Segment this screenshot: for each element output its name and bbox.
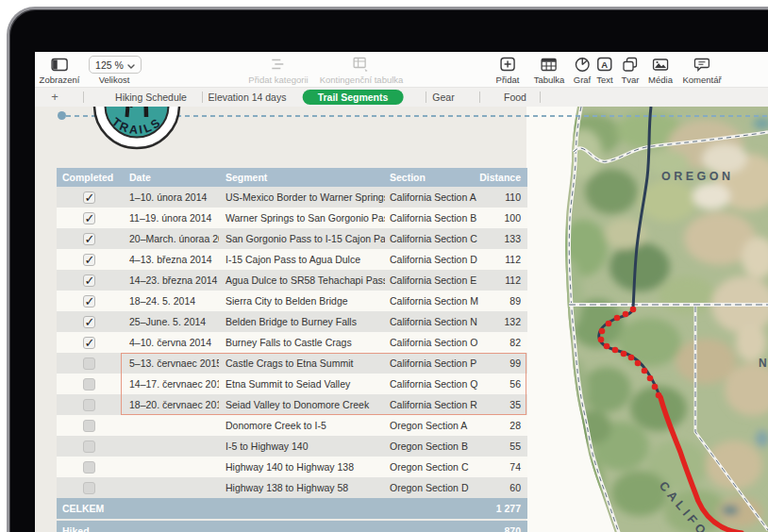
table-row[interactable]: 14–17. červnaec 2015Etna Summit to Seiad… [57,374,527,394]
insert-button[interactable]: Přidat [496,57,520,85]
distance-cell[interactable]: 99 [479,353,527,374]
section-cell[interactable]: California Section N [385,311,479,332]
date-cell[interactable]: 4–13. března 2014 [121,249,219,270]
checkbox-checked[interactable] [83,233,95,245]
checkbox-unchecked[interactable] [83,399,95,411]
chart-button[interactable]: Graf [574,57,591,85]
segment-cell[interactable]: US-Mexico Border to Warner Springs [219,187,385,208]
segment-cell[interactable]: Belden Bridge to Burney Falls [219,311,385,332]
section-cell[interactable]: California Section R [385,394,479,415]
table-row[interactable]: 1–10. února 2014US-Mexico Border to Warn… [57,187,527,208]
table-row[interactable]: Highway 138 to Highway 58Oregon Section … [57,477,527,498]
checkbox-unchecked[interactable] [83,441,95,453]
checkbox-checked[interactable] [83,316,95,328]
segment-cell[interactable]: San Gorgonio Pass to I-15 Cajon Pass [219,228,385,249]
date-cell[interactable] [121,415,219,436]
date-cell[interactable]: 14–23. března 2014 [121,270,219,291]
segment-cell[interactable]: Castle Crags to Etna Summit [219,353,385,374]
section-cell[interactable]: California Section B [385,208,479,228]
table-button[interactable]: Tabulka [534,57,565,85]
checkbox-checked[interactable] [83,337,95,349]
checkbox-unchecked[interactable] [83,420,95,432]
segment-cell[interactable]: Highway 140 to Highway 138 [219,457,385,477]
date-cell[interactable] [121,457,219,477]
segment-cell[interactable]: Donomore Creek to I-5 [219,415,385,436]
segment-cell[interactable]: Agua Dulce to SR58 Tehachapi Pass [219,270,385,291]
distance-cell[interactable]: 132 [479,311,527,332]
distance-cell[interactable]: 112 [479,270,527,291]
distance-cell[interactable]: 56 [479,374,527,394]
checkbox-checked[interactable] [83,212,95,224]
date-cell[interactable]: 14–17. červnaec 2015 [121,374,219,394]
tab-food[interactable]: Food [504,88,526,107]
distance-cell[interactable]: 60 [479,477,527,498]
section-cell[interactable]: California Section P [385,353,479,374]
date-cell[interactable]: 5–13. červnaec 2015 [121,353,219,374]
trail-map-image[interactable]: OREGON CALIFORNIA N [526,107,768,532]
section-cell[interactable]: California Section D [385,249,479,270]
distance-cell[interactable]: 35 [479,394,527,415]
date-cell[interactable]: 18–20. červnaec 2015 [121,394,219,415]
table-row[interactable]: 25–June. 5. 2014Belden Bridge to Burney … [57,311,527,332]
checkbox-unchecked[interactable] [83,357,95,370]
add-sheet-button[interactable]: + [51,88,58,107]
checkbox-unchecked[interactable] [83,378,95,391]
checkbox-checked[interactable] [83,274,95,287]
date-cell[interactable] [121,436,219,457]
total-row[interactable]: CELKEM 1 277 [57,498,527,519]
section-cell[interactable]: California Section C [385,228,479,249]
table-row[interactable]: Highway 140 to Highway 138Oregon Section… [57,457,527,477]
section-cell[interactable]: California Section O [385,332,479,353]
section-cell[interactable]: Oregon Section A [385,415,479,436]
checkbox-unchecked[interactable] [83,461,95,474]
table-header-row[interactable]: Completed Date Segment Section Distance [57,168,527,187]
distance-cell[interactable]: 110 [479,187,527,208]
hiked-row[interactable]: Hiked 870 [57,521,527,532]
section-cell[interactable]: Oregon Section B [385,436,479,457]
table-row[interactable]: 18–24. 5. 2014Sierra City to Belden Brid… [57,291,527,311]
shape-button[interactable]: Tvar [622,57,640,85]
header-segment[interactable]: Segment [219,168,385,187]
segment-cell[interactable]: Etna Summit to Seiad Valley [219,374,385,394]
comment-button[interactable]: Komentář [682,57,721,85]
distance-cell[interactable]: 133 [479,228,527,249]
header-date[interactable]: Date [121,168,219,187]
table-row[interactable]: 14–23. března 2014Agua Dulce to SR58 Teh… [57,270,527,291]
segment-cell[interactable]: Sierra City to Belden Bridge [219,291,385,311]
checkbox-checked[interactable] [83,295,95,308]
view-button[interactable]: Zobrazení [40,57,80,85]
segment-cell[interactable]: Warner Springs to San Gorgonio Pass [219,208,385,228]
date-cell[interactable]: 18–24. 5. 2014 [121,291,219,311]
tab-elevation-14-days[interactable]: Elevation 14 days [209,88,287,107]
header-completed[interactable]: Completed [57,168,121,187]
checkbox-unchecked[interactable] [83,482,95,494]
table-row[interactable]: 4–13. března 2014I-15 Cajon Pass to Agua… [57,249,527,270]
date-cell[interactable]: 11–19. února 2014 [121,208,219,228]
tab-gear[interactable]: Gear [432,88,454,107]
segment-cell[interactable]: I-15 Cajon Pass to Agua Dulce [219,249,385,270]
distance-cell[interactable]: 112 [479,249,527,270]
table-row[interactable]: 11–19. února 2014Warner Springs to San G… [57,208,527,228]
segment-cell[interactable]: Highway 138 to Highway 58 [219,477,385,498]
zoom-level-button[interactable]: 125 % [89,56,142,74]
tab-trail-segments-active[interactable]: Trail Segments [303,90,404,105]
table-row[interactable]: 4–10. června 2014Burney Falls to Castle … [57,332,527,353]
date-cell[interactable] [121,477,219,498]
date-cell[interactable]: 1–10. února 2014 [121,187,219,208]
distance-cell[interactable]: 28 [479,415,527,436]
segment-cell[interactable]: I-5 to Highway 140 [219,436,385,457]
segment-cell[interactable]: Seiad Valley to Donomore Creek [219,394,385,415]
section-cell[interactable]: California Section M [385,291,479,311]
table-row[interactable]: I-5 to Highway 140Oregon Section B55 [57,436,527,457]
section-cell[interactable]: California Section A [385,187,479,208]
table-row[interactable]: 18–20. červnaec 2015Seiad Valley to Dono… [57,394,527,415]
date-cell[interactable]: 4–10. června 2014 [121,332,219,353]
distance-cell[interactable]: 74 [479,457,527,477]
checkbox-checked[interactable] [83,254,95,266]
checkbox-checked[interactable] [83,191,95,204]
trails-logo-badge[interactable]: TRAILS [92,107,182,151]
table-row[interactable]: 20–March. únoraa 20San Gorgonio Pass to … [57,228,527,249]
tab-hiking-schedule[interactable]: Hiking Schedule [115,88,187,107]
text-button[interactable]: A Text [596,57,612,85]
section-cell[interactable]: Oregon Section D [385,477,479,498]
